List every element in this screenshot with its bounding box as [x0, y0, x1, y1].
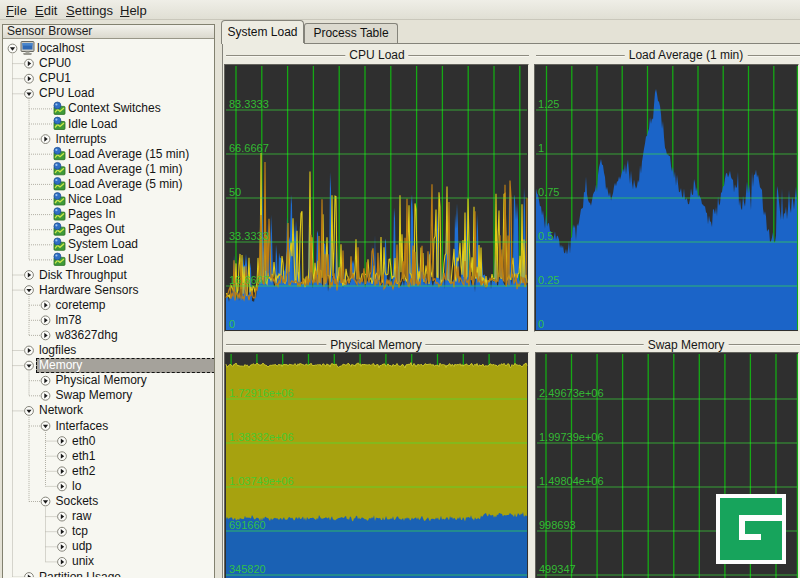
svg-text:499347: 499347	[539, 563, 576, 575]
svg-text:345820: 345820	[229, 563, 266, 575]
svg-text:691660: 691660	[229, 519, 266, 531]
svg-text:83.3333: 83.3333	[229, 98, 269, 110]
svg-text:0: 0	[538, 318, 544, 330]
svg-text:2.49673e+06: 2.49673e+06	[539, 387, 604, 399]
svg-text:16.6667: 16.6667	[229, 274, 269, 286]
svg-text:0.5: 0.5	[538, 230, 553, 242]
svg-text:998693: 998693	[539, 519, 576, 531]
svg-text:0: 0	[229, 318, 235, 330]
svg-text:50: 50	[229, 186, 241, 198]
svg-text:1.99739e+06: 1.99739e+06	[539, 431, 604, 443]
svg-text:1.03749e+06: 1.03749e+06	[229, 475, 294, 487]
svg-text:0.25: 0.25	[538, 274, 559, 286]
svg-text:33.3333: 33.3333	[229, 230, 269, 242]
svg-text:1.72916e+06: 1.72916e+06	[229, 387, 294, 399]
svg-text:1.25: 1.25	[538, 98, 559, 110]
svg-text:1.49804e+06: 1.49804e+06	[539, 475, 604, 487]
svg-text:0.75: 0.75	[538, 186, 559, 198]
svg-text:1: 1	[538, 142, 544, 154]
svg-text:1.38332e+06: 1.38332e+06	[229, 431, 294, 443]
svg-text:66.6667: 66.6667	[229, 142, 269, 154]
